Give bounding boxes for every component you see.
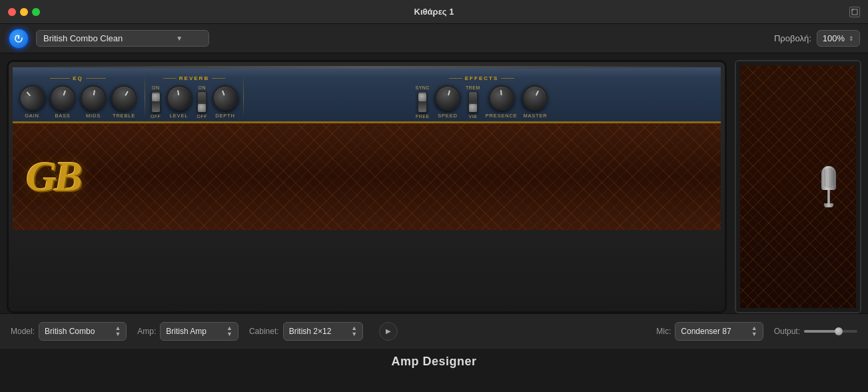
mids-knob[interactable] (79, 83, 108, 113)
toolbar-right: Προβολή: 100% ⇕ (774, 30, 860, 47)
level-knob[interactable] (164, 83, 193, 113)
zoom-dropdown[interactable]: 100% ⇕ (817, 30, 860, 47)
zoom-label: Προβολή: (774, 33, 811, 43)
main-content: EQ GAIN BASS (0, 53, 868, 313)
mic-base (824, 203, 833, 207)
reverb-off-label: OFF (151, 114, 161, 119)
cabinet-value: British 2×12 (289, 327, 332, 336)
free-label: FREE (416, 114, 430, 119)
cabinet-dropdown[interactable]: British 2×12 ▲▼ (283, 322, 364, 341)
bass-label: BASS (55, 113, 70, 119)
master-label: MASTER (523, 113, 547, 119)
zoom-value: 100% (823, 33, 845, 43)
title-bar: Κιθάρες 1 (0, 0, 868, 24)
amp-grille: GB (13, 123, 721, 230)
amp-logo: GB (26, 152, 80, 201)
mic-dropdown[interactable]: Condenser 87 ▲▼ (675, 322, 763, 341)
output-slider (804, 330, 857, 333)
depth-knob-group: DEPTH (213, 85, 238, 119)
zoom-arrows-icon: ⇕ (849, 35, 854, 42)
output-slider-fill (804, 330, 836, 333)
presence-knob-group: PRESENCE (486, 85, 518, 119)
reverb-on-label: ON (152, 85, 160, 90)
preset-dropdown[interactable]: British Combo Clean ▼ (36, 30, 209, 47)
sync-toggle[interactable] (418, 91, 427, 113)
model-dropdown-arrows-icon: ▲▼ (115, 325, 121, 337)
speed-knob-group: SPEED (435, 85, 460, 119)
preset-name: British Combo Clean (43, 33, 123, 43)
trem-toggle[interactable] (468, 91, 478, 113)
cabinet-field: Cabinet: British 2×12 ▲▼ (249, 322, 363, 341)
model-dropdown[interactable]: British Combo ▲▼ (39, 322, 127, 341)
dropdown-arrow-icon: ▼ (176, 35, 183, 42)
model-field: Model: British Combo ▲▼ (11, 322, 127, 341)
mic-label: Mic: (656, 327, 671, 336)
amp-dropdown-arrows-icon: ▲▼ (226, 325, 232, 337)
effects-toggle-group: ON OFF (197, 85, 208, 119)
presence-knob[interactable] (488, 84, 515, 111)
output-slider-thumb[interactable] (835, 327, 843, 335)
mic-head (821, 166, 836, 190)
bass-knob-group: BASS (50, 85, 75, 119)
cabinet-panel (735, 60, 861, 313)
treble-knob-group: TREBLE (111, 85, 137, 119)
maximize-button[interactable] (32, 8, 40, 16)
mic-field: Mic: Condenser 87 ▲▼ (656, 322, 763, 341)
effects-toggle[interactable] (197, 91, 207, 113)
treble-knob[interactable] (107, 81, 141, 115)
gain-knob-group: GAIN (19, 85, 45, 119)
mic-neck (827, 190, 830, 203)
cabinet-dropdown-arrows-icon: ▲▼ (351, 325, 357, 337)
microphone (821, 166, 836, 207)
output-slider-track[interactable] (804, 330, 857, 333)
toolbar: British Combo Clean ▼ Προβολή: 100% ⇕ (0, 24, 868, 53)
eq-section-label: EQ (73, 75, 83, 81)
svg-rect-0 (852, 9, 857, 15)
speed-label: SPEED (438, 113, 457, 119)
reverb-toggle[interactable] (151, 91, 161, 113)
amp-controls: EQ GAIN BASS (13, 67, 721, 123)
title-bar-right (849, 7, 860, 17)
output-label: Output: (774, 327, 800, 336)
effects-off-label: OFF (197, 114, 208, 119)
footer-title: Amp Designer (391, 355, 476, 369)
depth-knob[interactable] (209, 82, 242, 115)
gain-knob[interactable] (14, 80, 50, 116)
vib-label: VIB (468, 114, 477, 119)
model-label: Model: (11, 327, 35, 336)
model-value: British Combo (45, 327, 95, 336)
reverb-section-label: REVERB (179, 75, 209, 81)
master-knob[interactable] (518, 81, 552, 115)
level-knob-group: LEVEL (167, 85, 192, 119)
close-button[interactable] (8, 8, 16, 16)
amp-label: Amp: (137, 327, 156, 336)
minimize-button[interactable] (20, 8, 28, 16)
amp-field: Amp: British Amp ▲▼ (137, 322, 238, 341)
effects-section-label: EFFECTS (465, 75, 498, 81)
mic-dropdown-arrows-icon: ▲▼ (751, 325, 757, 337)
output-field: Output: (774, 327, 857, 336)
expand-icon[interactable] (849, 7, 860, 17)
effects-on-label: ON (199, 85, 207, 90)
amp-body: EQ GAIN BASS (7, 60, 727, 313)
presence-label: PRESENCE (486, 113, 518, 119)
depth-label: DEPTH (215, 113, 234, 119)
window-title: Κιθάρες 1 (414, 7, 454, 17)
footer: Amp Designer (0, 348, 868, 375)
gain-label: GAIN (25, 113, 39, 119)
speed-knob[interactable] (432, 83, 464, 114)
bottom-bar: Model: British Combo ▲▼ Amp: British Amp… (0, 313, 868, 348)
sync-toggle-group: SYNC FREE (416, 85, 430, 119)
bass-knob[interactable] (47, 82, 79, 115)
amp-dropdown[interactable]: British Amp ▲▼ (160, 322, 238, 341)
mids-label: MIDS (86, 113, 101, 119)
mids-knob-group: MIDS (81, 85, 106, 119)
level-label: LEVEL (170, 113, 188, 119)
sync-label: SYNC (416, 85, 430, 90)
mic-value: Condenser 87 (681, 327, 731, 336)
power-button[interactable] (8, 28, 29, 49)
cabinet-label: Cabinet: (249, 327, 279, 336)
play-button[interactable]: ▶ (379, 322, 398, 341)
treble-label: TREBLE (113, 113, 135, 119)
amp-value: British Amp (166, 327, 207, 336)
